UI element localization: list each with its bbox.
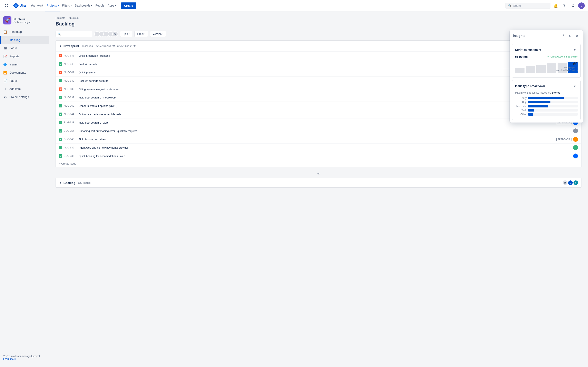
issue-row[interactable]: ✓ NUC-337 Multi-dest search UI mobileweb… bbox=[56, 93, 581, 102]
issue-type-icon: ✕ bbox=[59, 54, 62, 57]
sprint-commitment-card: Sprint commitment ▾ 55 points ✔ On targe… bbox=[512, 44, 581, 78]
nav-dashboards[interactable]: Dashboards ▾ bbox=[73, 0, 94, 11]
svg-rect-1 bbox=[7, 4, 8, 5]
nav-apps[interactable]: Apps ▾ bbox=[106, 0, 118, 11]
breakdown-row-label: Story bbox=[515, 97, 527, 100]
create-issue-row[interactable]: + Create issue bbox=[56, 160, 581, 167]
breakdown-row: Other bbox=[515, 113, 578, 116]
notifications-icon[interactable]: 🔔 bbox=[553, 2, 559, 9]
learn-more-link[interactable]: Learn more bbox=[3, 358, 16, 360]
breakdown-row-label: Bug bbox=[515, 101, 527, 104]
issue-key: NUC-344 bbox=[64, 113, 77, 116]
nav-projects[interactable]: Projects ▾ bbox=[45, 0, 61, 11]
topnav-right: 🔍 🔔 ? ⚙ U bbox=[506, 2, 585, 9]
search-input[interactable] bbox=[513, 4, 548, 7]
issue-key: NUC-360 bbox=[64, 104, 77, 107]
commit-target: ✔ On target of 54-65 points bbox=[547, 55, 578, 58]
sidebar-item-pages[interactable]: 📄 Pages bbox=[0, 77, 49, 85]
topnav: Jira Your work Projects ▾ Filters ▾ Dash… bbox=[0, 0, 588, 11]
sprint-toggle-icon[interactable]: ▼ bbox=[59, 44, 62, 48]
search-icon: 🔍 bbox=[58, 33, 61, 36]
issue-key: NUC-341 bbox=[64, 71, 77, 74]
issue-label: FEEDBACK bbox=[556, 138, 571, 141]
issue-row[interactable]: ✕ NUC-339 Billing system integration - f… bbox=[56, 85, 581, 93]
issue-row[interactable]: ✓ NUC-360 Onboard workout options (OWO) … bbox=[56, 102, 581, 110]
breakdown-row-label: Task bbox=[515, 109, 527, 112]
breakdown-bar-fill bbox=[528, 97, 564, 99]
breakdown-bar-bg bbox=[528, 101, 578, 103]
sidebar-nav: 📋 Roadmap ☰ Backlog ⊞ Board 📈 Reports 🔷 … bbox=[0, 28, 49, 101]
svg-rect-2 bbox=[5, 6, 6, 7]
sidebar-item-reports[interactable]: 📈 Reports bbox=[0, 52, 49, 60]
breakdown-bar-fill bbox=[528, 113, 533, 116]
insights-help-icon[interactable]: ? bbox=[560, 33, 566, 39]
issue-breakdown-card: Issue type breakdown ▾ Majority of this … bbox=[512, 80, 581, 120]
backlog-search-input[interactable] bbox=[62, 33, 90, 36]
nav-your-work[interactable]: Your work bbox=[29, 0, 45, 11]
sprint-divider[interactable]: ⇅ bbox=[56, 171, 581, 178]
sidebar-item-issues[interactable]: 🔷 Issues bbox=[0, 60, 49, 68]
sidebar-item-board[interactable]: ⊞ Board bbox=[0, 44, 49, 52]
breakdown-row-label: Tech debt bbox=[515, 105, 527, 108]
nav-filters[interactable]: Filters ▾ bbox=[61, 0, 73, 11]
issue-row[interactable]: ✓ BUG-336 Quick booking for accomodation… bbox=[56, 152, 581, 160]
issue-row[interactable]: ✓ NUC-344 Optimize experience for mobile… bbox=[56, 110, 581, 118]
label-filter[interactable]: Label ▾ bbox=[134, 31, 148, 37]
settings-icon[interactable]: ⚙ bbox=[570, 2, 576, 9]
issue-title: Account settings defaults bbox=[79, 79, 554, 82]
issue-row[interactable]: ✕ NUC-335 Links integration - frontend B… bbox=[56, 52, 581, 60]
issue-row[interactable]: ✓ BUG-343 Fluid booking on tablets FEEDB… bbox=[56, 135, 581, 143]
avatar-more[interactable]: +3 bbox=[112, 31, 118, 37]
epic-filter[interactable]: Epic ▾ bbox=[120, 31, 132, 37]
backlog-badges: 65 0 0 bbox=[563, 180, 578, 185]
issue-row[interactable]: ✓ BUG-338 Multi-dest search UI web ACCOU… bbox=[56, 118, 581, 127]
project-type: Software project bbox=[13, 21, 31, 24]
issue-row[interactable]: ✓ NUC-346 Adapt web app no new payments … bbox=[56, 143, 581, 152]
sprint-commitment-chevron-icon[interactable]: ▾ bbox=[572, 47, 578, 53]
page-header: Backlog bbox=[56, 21, 581, 27]
issue-type-icon: ✓ bbox=[59, 121, 62, 124]
breakdown-row: Bug bbox=[515, 101, 578, 104]
breakdown-chevron-icon[interactable]: ▾ bbox=[572, 83, 578, 89]
insights-refresh-icon[interactable]: ↻ bbox=[567, 33, 573, 39]
sidebar-item-project-settings[interactable]: ⚙ Project settings bbox=[0, 93, 49, 101]
issue-row[interactable]: ✕ NUC-341 Quick payment FEEDBACK bbox=[56, 68, 581, 77]
sprint-section: ▼ New sprint 13 issues 3/Jan/19 02:59 PM… bbox=[56, 40, 581, 167]
backlog-section: ▼ Backlog 122 issues 65 0 0 bbox=[56, 178, 581, 188]
issue-key: NUC-342 bbox=[64, 63, 77, 66]
backlog-search[interactable]: 🔍 bbox=[56, 31, 92, 37]
sprint-commitment-title: Sprint commitment bbox=[515, 48, 541, 51]
sidebar-item-deployments[interactable]: 🔁 Deployments bbox=[0, 68, 49, 77]
label-chevron-icon: ▾ bbox=[144, 33, 145, 35]
sidebar-item-roadmap[interactable]: 📋 Roadmap bbox=[0, 28, 49, 36]
sidebar-item-add-item[interactable]: ＋ Add item bbox=[0, 85, 49, 93]
breadcrumb-projects[interactable]: Projects bbox=[56, 16, 65, 19]
deployments-icon: 🔁 bbox=[3, 71, 7, 75]
issue-key: NUC-335 bbox=[64, 54, 77, 57]
issue-key: NUC-339 bbox=[64, 88, 77, 91]
insights-close-icon[interactable]: ✕ bbox=[574, 33, 580, 39]
issue-row[interactable]: ✓ BUG-354 Cshoping cart purchasing error… bbox=[56, 127, 581, 135]
assignee-avatars[interactable]: +3 bbox=[94, 31, 118, 37]
issues-icon: 🔷 bbox=[3, 62, 7, 67]
breadcrumb-nucleus[interactable]: Nucleus bbox=[69, 16, 79, 19]
breakdown-row: Story bbox=[515, 97, 578, 100]
version-filter[interactable]: Version ▾ bbox=[150, 31, 166, 37]
sprint-name: New sprint bbox=[63, 44, 79, 48]
nav-people[interactable]: People bbox=[94, 0, 106, 11]
issue-row[interactable]: ✓ NUC-340 Account settings defaults ACCO… bbox=[56, 77, 581, 85]
filters-bar: 🔍 +3 Epic ▾ Label ▾ Version ▾ bbox=[56, 31, 581, 37]
search-bar[interactable]: 🔍 bbox=[506, 3, 550, 9]
grid-menu-icon[interactable] bbox=[3, 2, 10, 9]
help-icon[interactable]: ? bbox=[561, 2, 568, 9]
commit-points: 55 points bbox=[515, 55, 527, 58]
sidebar-item-backlog[interactable]: ☰ Backlog bbox=[0, 36, 49, 44]
backlog-toggle-icon[interactable]: ▼ bbox=[59, 181, 62, 184]
create-button[interactable]: Create bbox=[121, 2, 136, 9]
user-avatar[interactable]: U bbox=[578, 2, 585, 9]
filters-chevron-icon: ▾ bbox=[71, 4, 72, 7]
issue-row[interactable]: ✓ NUC-342 Fast trip search ACCOUNTS bbox=[56, 60, 581, 68]
issue-title: Fluid booking on tablets bbox=[79, 138, 555, 141]
backlog-issues-count: 122 issues bbox=[78, 181, 90, 184]
chart-bar bbox=[526, 66, 535, 73]
